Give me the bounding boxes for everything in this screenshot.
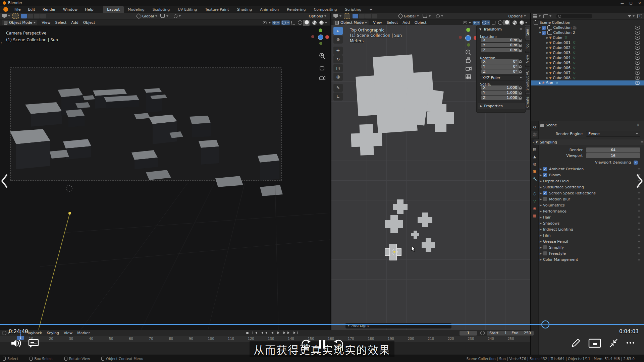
forward-30-button[interactable]: 30: [333, 339, 345, 351]
expand-icon[interactable]: ▶: [538, 204, 543, 207]
cross-object[interactable]: [422, 238, 435, 252]
shading-rendered-icon[interactable]: [519, 20, 527, 25]
expand-icon[interactable]: ▶: [538, 168, 543, 171]
section-motion-blur[interactable]: ▶Motion Blur≡: [538, 196, 644, 202]
options-button-top[interactable]: Options: [508, 14, 526, 18]
timeline-menu-marker[interactable]: Marker: [75, 331, 92, 335]
properties-tab-texture-icon[interactable]: ▦: [531, 212, 538, 219]
properties-tab-material-icon[interactable]: ◉: [531, 204, 538, 212]
section-freestyle[interactable]: ▶Freestyle≡: [538, 250, 644, 256]
visibility-eye-icon[interactable]: [635, 26, 640, 29]
outliner-row-sun[interactable]: ▶☀ Sun ☀: [531, 80, 644, 85]
tool-rotate-icon[interactable]: ↻: [333, 55, 343, 63]
xray-toggle-icon[interactable]: [492, 21, 495, 24]
section-performance[interactable]: ▶Performance≡: [538, 208, 644, 214]
axis-z-handle[interactable]: [318, 35, 323, 40]
shading-wireframe-icon[interactable]: [297, 20, 302, 25]
expand-icon[interactable]: ▶: [538, 81, 542, 84]
expand-icon[interactable]: ▶: [538, 198, 543, 201]
shading-rendered-icon[interactable]: [318, 20, 327, 25]
transform-rotation-z[interactable]: Z0°: [481, 69, 519, 74]
axis-y-neg-handle[interactable]: [467, 43, 470, 47]
cross-object[interactable]: [418, 213, 432, 227]
section-indirect-lighting[interactable]: ▶Indirect Lighting≡: [538, 226, 644, 232]
next-keyframe-button[interactable]: [282, 331, 290, 335]
sun-lamp-widget[interactable]: [385, 242, 404, 261]
expand-icon[interactable]: ▶: [538, 228, 543, 231]
viewport-menu-object[interactable]: Object: [412, 20, 429, 25]
snapping-group[interactable]: [423, 14, 431, 18]
current-frame-field[interactable]: 1: [460, 331, 477, 336]
properties-tab-particles-icon[interactable]: ⁖: [531, 182, 538, 190]
properties-tab-object-data-icon[interactable]: ▽: [531, 197, 538, 204]
visibility-eye-icon[interactable]: [635, 51, 640, 55]
workspace-tab-animation[interactable]: Animation: [256, 6, 283, 13]
next-video-arrow[interactable]: [636, 174, 643, 188]
gizmos-icon[interactable]: ✛: [473, 21, 480, 25]
previous-video-arrow[interactable]: [1, 174, 8, 188]
snapping-group[interactable]: [160, 14, 168, 18]
transform-location-x[interactable]: X0 m: [481, 38, 519, 42]
mini-player-icon[interactable]: [588, 339, 601, 348]
axis-y-handle[interactable]: [319, 28, 322, 32]
orientation-group[interactable]: Global: [398, 14, 419, 18]
view-control-icons[interactable]: [465, 49, 472, 101]
workspace-tab-sculpting[interactable]: Sculpting: [149, 6, 174, 13]
visibility-eye-icon[interactable]: [635, 76, 640, 80]
proportional-edit-group[interactable]: [436, 14, 443, 18]
axis-x-neg-handle[interactable]: [459, 36, 462, 39]
section-bloom[interactable]: ▶✓Bloom≡: [538, 172, 644, 178]
previous-keyframe-button[interactable]: [260, 331, 268, 335]
workspace-tab-compositing[interactable]: Compositing: [310, 6, 341, 13]
axis-x-neg-handle[interactable]: [311, 35, 314, 38]
menu-edit[interactable]: Edit: [24, 6, 39, 13]
transform-panel-header[interactable]: ▼Transform ≡: [477, 26, 525, 33]
section-shadows[interactable]: ▶Shadows≡: [538, 220, 644, 226]
transform-rotation-x[interactable]: X0°: [481, 59, 519, 64]
edit-pencil-icon[interactable]: [570, 337, 582, 349]
expand-icon[interactable]: ▶: [546, 61, 549, 64]
visibility-eye-icon[interactable]: [635, 36, 640, 40]
timeline-editor-icon[interactable]: [2, 331, 6, 335]
expand-icon[interactable]: ▶: [546, 46, 549, 49]
properties-tab-scene-icon[interactable]: ▲: [531, 153, 538, 160]
gizmos-icon[interactable]: ✛: [272, 21, 280, 25]
cross-object[interactable]: [351, 124, 382, 156]
section-depth-of-field[interactable]: ▶Depth of Field≡: [538, 178, 644, 184]
volume-icon[interactable]: [11, 339, 22, 348]
tool-transform-icon[interactable]: ◎: [333, 73, 343, 81]
rewind-10-button[interactable]: 10: [300, 339, 312, 351]
section-simplify[interactable]: ▶Simplify≡: [538, 244, 644, 250]
outliner-row-collection[interactable]: ▶✓ Collection 🎥: [531, 25, 644, 30]
expand-icon[interactable]: ▶: [546, 51, 549, 54]
viewport-menu-view[interactable]: View: [39, 20, 53, 25]
section-checkbox[interactable]: ✓: [543, 173, 547, 177]
outliner-row-cube.005[interactable]: ▶▼ Cube.005 ▽: [531, 60, 644, 65]
workspace-tab-texture-paint[interactable]: Texture Paint: [201, 6, 233, 13]
properties-tab-physics-icon[interactable]: ◌: [531, 190, 538, 197]
outliner-search-input[interactable]: [556, 14, 592, 18]
viewport-denoising-checkbox[interactable]: ✓: [634, 161, 638, 165]
outliner-row-cube.006[interactable]: ▶▼ Cube.006 ▽: [531, 65, 644, 70]
section-subsurface-scattering[interactable]: ▶Subsurface Scattering≡: [538, 184, 644, 190]
editor-type-icon[interactable]: [2, 14, 7, 18]
visibility-eye-icon[interactable]: [635, 31, 640, 35]
expand-icon[interactable]: ▶: [538, 186, 543, 189]
properties-subpanel[interactable]: ▶Properties: [478, 103, 528, 109]
cross-object[interactable]: [411, 231, 419, 239]
cross-object[interactable]: [427, 104, 454, 132]
visibility-eye-icon[interactable]: [635, 41, 640, 45]
orientation-group[interactable]: Global: [137, 14, 157, 18]
tool-measure-icon[interactable]: ∟: [333, 93, 343, 101]
tool-scale-icon[interactable]: ◳: [333, 64, 343, 72]
menu-render[interactable]: Render: [39, 6, 59, 13]
viewport-samples-field[interactable]: 16: [586, 153, 640, 158]
tool-annotate-icon[interactable]: ✎: [333, 84, 343, 92]
n-panel-tab-shortcut-vur[interactable]: Shortcut VUr: [525, 66, 530, 93]
editor-type-icon[interactable]: [333, 14, 338, 18]
axis-y-neg-handle[interactable]: [319, 42, 322, 45]
expand-icon[interactable]: ▶: [538, 252, 543, 255]
section-checkbox[interactable]: [543, 197, 547, 201]
shading-material-icon[interactable]: [311, 20, 317, 25]
section-film[interactable]: ▶Film≡: [538, 232, 644, 238]
